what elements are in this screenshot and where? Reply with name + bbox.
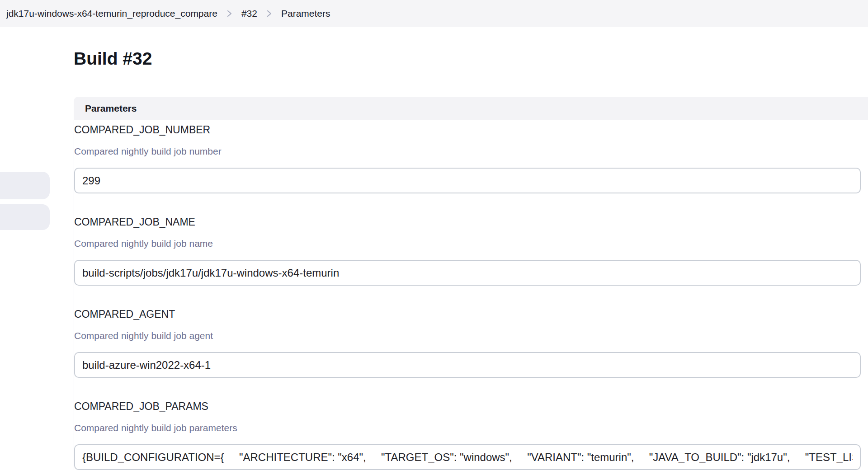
breadcrumb-parameters-link[interactable]: Parameters <box>281 8 330 19</box>
parameter-description: Compared nightly build job agent <box>74 329 868 342</box>
parameters-section-title: Parameters <box>85 103 137 114</box>
parameter-name-label: COMPARED_JOB_PARAMS <box>74 400 868 413</box>
parameter-description: Compared nightly build job number <box>74 145 868 158</box>
parameter-name-label: COMPARED_AGENT <box>74 308 868 320</box>
breadcrumb-job-link[interactable]: jdk17u-windows-x64-temurin_reproduce_com… <box>6 8 217 19</box>
parameter-name-label: COMPARED_JOB_NAME <box>74 216 868 228</box>
parameters-section-header: Parameters <box>74 97 868 120</box>
breadcrumb: jdk17u-windows-x64-temurin_reproduce_com… <box>0 0 868 27</box>
parameter-value-input[interactable] <box>74 260 861 286</box>
sidebar-partial-button-top[interactable] <box>0 172 50 199</box>
parameter-description: Compared nightly build job name <box>74 237 868 250</box>
chevron-right-icon <box>227 9 232 18</box>
parameters-list: COMPARED_JOB_NUMBER Compared nightly bui… <box>74 120 868 470</box>
parameter-value-input[interactable] <box>74 352 861 378</box>
parameter-row: COMPARED_JOB_NAME Compared nightly build… <box>74 216 868 286</box>
sidebar-partial-button-bottom[interactable] <box>0 204 50 230</box>
parameter-value-input[interactable] <box>74 444 861 470</box>
parameter-name-label: COMPARED_JOB_NUMBER <box>74 123 868 136</box>
parameter-row: COMPARED_JOB_PARAMS Compared nightly bui… <box>74 400 868 470</box>
breadcrumb-build-link[interactable]: #32 <box>241 8 257 19</box>
parameter-value-input[interactable] <box>74 168 861 193</box>
parameters-section: Parameters COMPARED_JOB_NUMBER Compared … <box>74 97 868 470</box>
parameter-row: COMPARED_JOB_NUMBER Compared nightly bui… <box>74 123 868 193</box>
parameter-description: Compared nightly build job parameters <box>74 422 868 434</box>
parameter-row: COMPARED_AGENT Compared nightly build jo… <box>74 308 868 378</box>
chevron-right-icon <box>267 9 272 18</box>
page-title: Build #32 <box>74 48 152 70</box>
